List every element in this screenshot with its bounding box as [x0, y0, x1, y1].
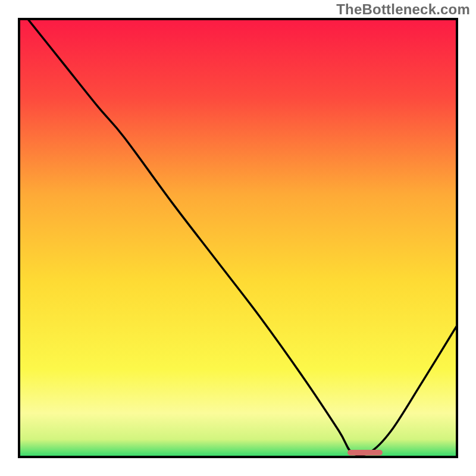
watermark-text: TheBottleneck.com — [336, 1, 470, 18]
plot-background — [19, 19, 457, 457]
optimal-marker — [347, 450, 383, 456]
chart-container: TheBottleneck.com — [0, 0, 476, 476]
chart-svg — [0, 0, 476, 476]
